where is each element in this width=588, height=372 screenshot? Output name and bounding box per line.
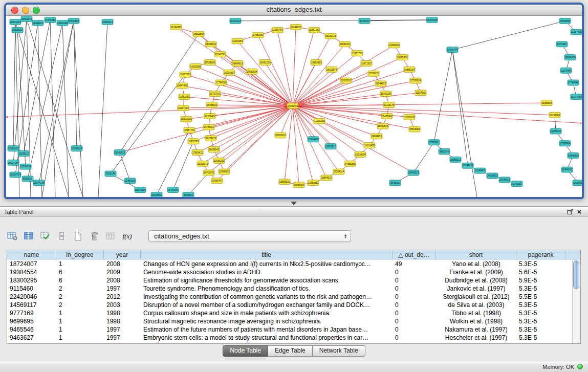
column-header-title[interactable]: title: [141, 250, 393, 260]
graph-edge[interactable]: [183, 106, 293, 108]
cell-short[interactable]: Wolkin et al. (1998): [436, 317, 516, 325]
graph-edge[interactable]: [293, 106, 350, 164]
graph-node[interactable]: 15289112: [18, 151, 29, 157]
graph-node[interactable]: 5905134: [105, 171, 116, 177]
cell-title[interactable]: Disruption of a novel member of a sodium…: [141, 301, 393, 309]
table-row[interactable]: 1830029562008Estimation of significance …: [7, 276, 573, 285]
graph-edge[interactable]: [293, 74, 374, 106]
graph-node[interactable]: 15079004: [355, 152, 366, 158]
graph-edge[interactable]: [188, 173, 209, 195]
cell-name[interactable]: 19384554: [7, 268, 56, 276]
table-options-icon[interactable]: [6, 230, 19, 242]
graph-node[interactable]: 17554300: [204, 60, 215, 65]
column-header-in_degree[interactable]: in_degree: [56, 250, 104, 260]
column-header-short[interactable]: short: [436, 250, 516, 260]
cell-title[interactable]: Estimation of the future numbers of pati…: [141, 325, 393, 334]
graph-edge[interactable]: [74, 21, 77, 148]
cell-short[interactable]: Dudbridge et al. (2008): [436, 276, 516, 285]
cell-in_degree[interactable]: 2: [56, 285, 104, 293]
table-row[interactable]: 1456911722003Disruption of a novel membe…: [7, 301, 573, 309]
graph-node[interactable]: 13202813: [340, 78, 352, 83]
graph-node[interactable]: 18544652: [375, 81, 386, 86]
cell-in_degree[interactable]: 2: [56, 301, 104, 309]
graph-node[interactable]: 9245012: [389, 180, 401, 186]
graph-node[interactable]: 11154502: [415, 90, 426, 96]
graph-node[interactable]: 15808503: [219, 169, 230, 174]
float-panel-button[interactable]: [565, 208, 575, 216]
cell-year[interactable]: 2012: [104, 293, 141, 301]
cell-short[interactable]: Tibbo et al. (1998): [436, 309, 516, 317]
graph-node[interactable]: 18847498: [177, 83, 188, 89]
cell-pagerank[interactable]: 5.3E-5: [516, 325, 565, 334]
graph-edge[interactable]: [224, 106, 293, 172]
graph-node[interactable]: 17209934: [559, 141, 571, 146]
close-panel-button[interactable]: ×: [575, 208, 584, 216]
graph-edge[interactable]: [258, 35, 293, 106]
graph-node[interactable]: 12204284: [232, 38, 243, 44]
graph-node[interactable]: 16099837: [224, 70, 235, 75]
cell-short[interactable]: Hescheler et al. (1997): [436, 334, 516, 342]
graph-node[interactable]: 12161752: [352, 51, 363, 56]
graph-edge[interactable]: [120, 152, 130, 181]
graph-node[interactable]: 12140781: [214, 52, 226, 57]
cell-name[interactable]: 9465546: [7, 325, 56, 334]
graph-edge[interactable]: [293, 70, 409, 106]
graph-node[interactable]: 16042359: [380, 91, 391, 97]
graph-node[interactable]: 14653306: [344, 161, 356, 166]
merge-table-icon[interactable]: [104, 230, 117, 242]
cell-in_degree[interactable]: 1: [56, 334, 104, 342]
cell-pagerank[interactable]: 5.5E-5: [516, 293, 565, 301]
graph-node[interactable]: 19862192: [57, 20, 68, 26]
graph-node[interactable]: 18044123: [462, 163, 473, 168]
graph-node[interactable]: 26260612: [114, 150, 125, 156]
graph-edge[interactable]: [13, 19, 27, 163]
graph-node[interactable]: 16344024: [135, 187, 146, 193]
cell-pagerank[interactable]: 5.3E-5: [516, 309, 565, 317]
graph-node[interactable]: 19884952: [371, 134, 382, 139]
graph-node[interactable]: 12476432: [45, 17, 56, 23]
table-row[interactable]: 946554611997Estimation of the future num…: [7, 325, 573, 334]
graph-node[interactable]: 10871297: [361, 61, 372, 67]
graph-node[interactable]: 22269764: [272, 27, 283, 33]
cell-pagerank[interactable]: 5.3E-5: [516, 317, 565, 325]
graph-node[interactable]: 17785834: [410, 78, 421, 83]
graph-node[interactable]: 16732763: [188, 139, 199, 144]
tab-node-table[interactable]: Node Table: [223, 345, 268, 357]
cell-in_degree[interactable]: 1: [56, 325, 104, 334]
minimize-button[interactable]: [22, 7, 29, 14]
graph-node[interactable]: 17754228: [215, 80, 227, 85]
graph-node[interactable]: 9277432: [556, 41, 568, 47]
graph-node[interactable]: 12763431: [167, 187, 179, 193]
table-row[interactable]: 1938455462009Genome-wide association stu…: [7, 268, 573, 276]
graph-node[interactable]: 16034714: [10, 172, 21, 178]
table-row[interactable]: 946362711997Embryonic stem cells: a mode…: [7, 334, 573, 342]
cell-year[interactable]: 1998: [104, 309, 141, 317]
graph-node[interactable]: 19613993: [311, 60, 322, 65]
graph-node[interactable]: 17554884: [68, 18, 79, 24]
graph-node[interactable]: 6791912: [428, 140, 440, 145]
graph-node[interactable]: 18367731: [184, 127, 195, 133]
cell-out_degree[interactable]: 0: [393, 301, 436, 309]
graph-edge[interactable]: [195, 67, 293, 106]
graph-edge[interactable]: [50, 20, 55, 197]
tab-network-table[interactable]: Network Table: [313, 345, 365, 357]
graph-node[interactable]: 18384412: [32, 20, 43, 26]
cell-short[interactable]: Franke et al. (2009): [436, 268, 516, 276]
graph-node[interactable]: 10197813: [180, 72, 191, 77]
graph-node[interactable]: 19565032: [279, 179, 290, 185]
scrollbar-thumb[interactable]: [573, 260, 579, 289]
graph-node[interactable]: 18049543: [208, 147, 220, 152]
show-columns-icon[interactable]: [23, 230, 35, 242]
graph-node[interactable]: 17240769: [287, 103, 298, 109]
graph-node[interactable]: 15518082: [409, 126, 420, 132]
graph-edge[interactable]: [413, 142, 434, 172]
column-header-year[interactable]: year: [104, 250, 141, 260]
cell-out_degree[interactable]: 0: [393, 325, 436, 334]
graph-node[interactable]: 17853412: [192, 150, 203, 156]
graph-node[interactable]: 19252741: [197, 161, 208, 166]
graph-edge[interactable]: [42, 21, 74, 197]
graph-node[interactable]: 16961262: [309, 27, 320, 33]
cell-year[interactable]: 2003: [104, 301, 141, 309]
cell-year[interactable]: 2009: [104, 268, 141, 276]
graph-node[interactable]: 18981391: [339, 41, 351, 47]
